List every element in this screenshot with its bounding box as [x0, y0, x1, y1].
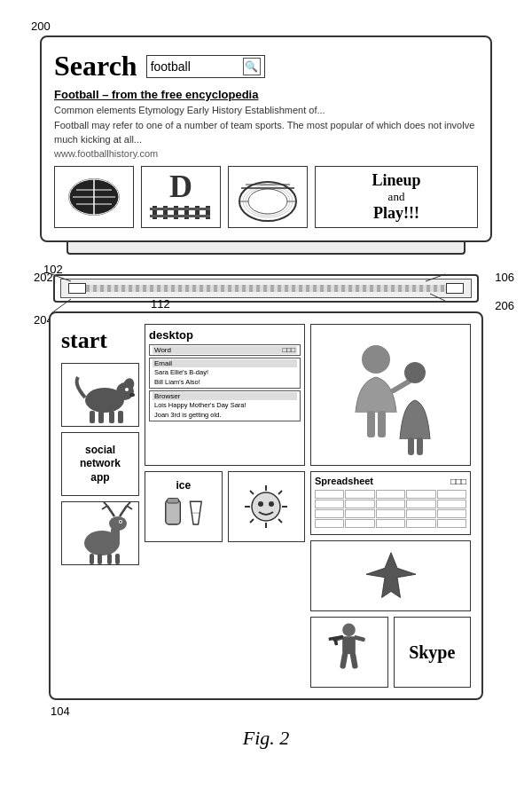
cell	[315, 500, 344, 508]
svg-point-68	[404, 362, 426, 383]
search-image-football[interactable]	[54, 166, 134, 228]
email-window: Email Sara Ellie's B-day! Bill Liam's Al…	[149, 358, 301, 389]
laptop-screen: Search 🔍 Football – from the free encycl…	[40, 35, 492, 242]
search-result-snippet2: Football may refer to one of a number of…	[54, 119, 478, 146]
lineup-play: Play!!!	[373, 204, 419, 223]
svg-rect-33	[118, 411, 123, 423]
svg-rect-47	[107, 554, 112, 564]
lineup-label: Lineup	[372, 171, 420, 190]
svg-text:D: D	[169, 170, 192, 204]
svg-point-19	[243, 185, 293, 217]
svg-point-64	[258, 501, 263, 507]
search-input-wrapper[interactable]: 🔍	[146, 55, 265, 78]
cell	[376, 509, 405, 518]
svg-line-62	[278, 491, 282, 494]
right-column: Spreadsheet □□□	[310, 324, 471, 688]
spreadsheet-header: Spreadsheet □□□	[315, 476, 466, 486]
action-tile[interactable]	[310, 617, 388, 688]
browser-row1: Lois Happy Mother's Day Sara!	[153, 400, 297, 410]
usb-inner	[60, 279, 472, 298]
app-tile-deer[interactable]	[61, 501, 139, 565]
cell	[376, 490, 405, 499]
search-image-field[interactable]: D	[141, 166, 221, 228]
search-image-stadium[interactable]	[228, 166, 308, 228]
search-button[interactable]: 🔍	[243, 58, 261, 75]
lineup-and: and	[388, 190, 405, 204]
left-column: start	[61, 324, 139, 688]
svg-rect-76	[350, 652, 359, 669]
browser-window: Browser Lois Happy Mother's Day Sara! Jo…	[149, 390, 301, 421]
svg-point-16	[248, 189, 287, 214]
spreadsheet-label: Spreadsheet	[315, 476, 373, 486]
svg-line-39	[107, 506, 114, 516]
svg-rect-70	[378, 411, 386, 437]
browser-title: Browser	[153, 392, 297, 400]
label-200: 200	[31, 20, 51, 33]
cell	[376, 519, 405, 528]
cell	[376, 500, 405, 508]
desktop-label: desktop	[149, 328, 301, 342]
svg-point-35	[129, 393, 135, 397]
svg-line-60	[250, 491, 254, 494]
label-104: 104	[51, 705, 70, 718]
svg-rect-31	[98, 411, 104, 423]
cell	[345, 500, 374, 508]
social-network-label: social network app	[80, 444, 121, 485]
cell	[406, 509, 435, 518]
usb-outer	[53, 274, 479, 303]
lineup-box: Lineup and Play!!!	[315, 166, 478, 228]
svg-rect-71	[408, 437, 414, 455]
svg-point-65	[269, 501, 274, 507]
svg-rect-46	[98, 554, 102, 564]
search-header: Search 🔍	[54, 50, 478, 83]
tablet-container: 112 start	[49, 311, 483, 700]
skype-label: Skype	[409, 642, 455, 663]
spreadsheet-grid	[315, 490, 466, 528]
tablet-main-layout: start	[61, 324, 471, 688]
label-106: 106	[495, 271, 514, 284]
svg-line-41	[104, 502, 107, 506]
tablet-screen: start	[49, 311, 483, 700]
cell	[437, 490, 466, 499]
figure-label: Fig. 2	[18, 727, 514, 750]
app-tile-dog[interactable]	[61, 363, 139, 427]
search-title: Search	[54, 50, 137, 83]
svg-line-40	[102, 506, 107, 509]
search-result-url[interactable]: www.footballhistory.com	[54, 148, 478, 159]
cell	[437, 509, 466, 518]
app-tile-social[interactable]: social network app	[61, 432, 139, 496]
spreadsheet-tile[interactable]: Spreadsheet □□□	[310, 471, 471, 535]
cell	[315, 490, 344, 499]
svg-rect-48	[115, 554, 120, 564]
laptop-base	[66, 242, 466, 255]
bottom-tiles-middle: ice	[145, 471, 305, 542]
bottom-right-tiles: Skype	[310, 617, 471, 688]
desktop-tile[interactable]: desktop Word□□□ Email Sara Ellie's B-day…	[145, 324, 305, 466]
svg-rect-30	[90, 411, 95, 423]
svg-point-73	[342, 623, 356, 636]
people-tile[interactable]	[310, 324, 471, 466]
search-input[interactable]	[151, 59, 239, 74]
email-row1: Sara Ellie's B-day!	[153, 367, 297, 377]
plane-tile[interactable]	[310, 540, 471, 611]
label-206: 206	[495, 299, 514, 312]
svg-line-61	[278, 519, 282, 523]
ice-tile[interactable]: ice	[145, 471, 223, 542]
search-result-title[interactable]: Football – from the free encyclopedia	[54, 88, 478, 101]
connector-strip-container: 202 106 206 204	[53, 274, 479, 303]
svg-line-43	[127, 506, 132, 509]
svg-line-42	[120, 506, 127, 516]
svg-point-66	[362, 345, 390, 374]
svg-rect-52	[167, 499, 178, 504]
laptop-device: 200 Search 🔍 Football – from the free en…	[40, 35, 492, 255]
sun-tile[interactable]	[228, 471, 306, 542]
ice-label: ice	[176, 479, 191, 492]
cell	[406, 519, 435, 528]
label-202: 202	[34, 271, 53, 284]
search-image-row: D	[54, 166, 478, 228]
cell	[406, 490, 435, 499]
label-112: 112	[151, 297, 170, 311]
cell	[437, 500, 466, 508]
skype-tile[interactable]: Skype	[394, 617, 472, 688]
svg-rect-32	[109, 411, 114, 423]
